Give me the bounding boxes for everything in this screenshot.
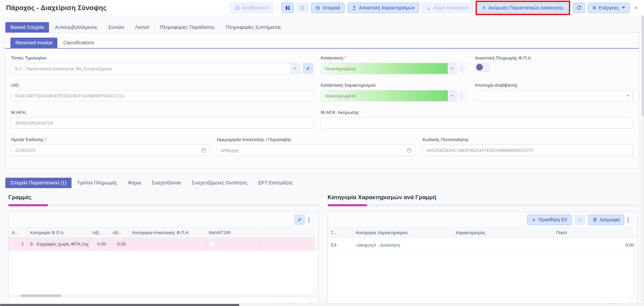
get-summaries-button[interactable]: Λήψη Συνόψεων xyxy=(422,3,473,13)
cell-exemption-category xyxy=(129,238,206,250)
close-icon[interactable]: × xyxy=(632,5,639,11)
layout-grid-icon xyxy=(300,5,305,10)
delete-classification-button[interactable]: Διαγραφή xyxy=(588,215,624,225)
calendar-icon[interactable] xyxy=(201,148,206,153)
tab-payment-methods[interactable]: Τρόποι Πληρωμής xyxy=(72,178,122,188)
actions-button[interactable]: Ενέργειες xyxy=(588,3,630,13)
subtab-received-invoice[interactable]: Received Invoice xyxy=(10,38,57,48)
edit-classification-button[interactable] xyxy=(575,214,585,225)
dropdown-arrow-icon[interactable] xyxy=(448,63,457,74)
classifications-grid: Προσθήκη E3 Διαγραφή xyxy=(328,212,638,306)
app-header: Πάροχος - Διαχείριση Σύνοψης Αποθήκευση xyxy=(0,0,644,15)
notvat195-checkbox[interactable] xyxy=(209,241,215,247)
uid-label: UID xyxy=(11,83,313,88)
date-placeholder: d/M/yyyy xyxy=(217,148,404,153)
save-button[interactable]: Αποθήκευση xyxy=(231,3,273,13)
dropdown-arrow-icon[interactable] xyxy=(448,90,457,101)
tab-counterparty[interactable]: Αντισυμβαλλόμενος xyxy=(50,22,102,33)
tab-taxes[interactable]: Φόροι xyxy=(123,178,146,188)
table-row[interactable]: 1 8 - Εγγραφές χωρίς ΦΠΑ (πχ Μισθοδο 0,0… xyxy=(9,238,318,251)
mark-cancellation-label: Μ.ΑΡ.Κ. Ακύρωσης xyxy=(321,110,633,115)
edit-invoice-type-button[interactable] xyxy=(303,63,313,74)
column-header[interactable]: Αξί... xyxy=(90,228,109,237)
hscrollbar-thumb[interactable] xyxy=(21,295,61,297)
edit-line-button[interactable] xyxy=(294,214,305,225)
vat-suspension-label: Αναστολή Πληρωμής Φ.Π.Α. xyxy=(475,55,633,60)
send-classifications-button[interactable]: Αποστολή Χαρακτηρισμών xyxy=(347,3,419,13)
info-icon[interactable]: i xyxy=(458,92,465,99)
hscrollbar-thumb[interactable] xyxy=(0,304,239,306)
classifications-grid-header: Τ... Κατηγορία Χαρακτηρισμού Χαρακτηρισμ… xyxy=(328,227,637,238)
dropdown-arrow-icon[interactable] xyxy=(623,90,633,101)
column-header[interactable]: Κατηγορία Απαλλαγής Φ.Π.Α. xyxy=(129,228,206,237)
tab-system-info[interactable]: Πληροφορίες Συστήματος xyxy=(220,22,286,33)
header-toolbar: Αποθήκευση xyxy=(231,1,639,15)
table-row[interactable]: E3 category3 - Διακίνηση 0,00 xyxy=(328,238,637,253)
pencil-icon xyxy=(306,66,310,71)
menu-icon xyxy=(592,5,597,10)
issue-date-input[interactable]: 22/9/2025 xyxy=(11,144,209,156)
dispatch-date-label: Ημερομηνία Αποστολής / Παραλαβής xyxy=(217,137,415,142)
chevron-down-icon xyxy=(622,7,625,9)
subtab-classifications[interactable]: Classifications xyxy=(58,38,99,48)
invoice-subtabs: Received Invoice Classifications xyxy=(5,33,639,49)
invoice-type-label: Τύπος Τιμολογίου xyxy=(11,55,313,60)
status-select[interactable]: Ολοκληρωμένη i xyxy=(321,63,467,74)
add-e3-button[interactable]: Προσθήκη E3 xyxy=(527,215,572,225)
vscrollbar-thumb[interactable] xyxy=(642,15,644,116)
layout-grid-view-button[interactable] xyxy=(296,3,308,13)
cell-net-value: 0,00 xyxy=(90,238,109,250)
pencil-icon xyxy=(297,217,302,222)
more-options-icon[interactable] xyxy=(308,217,314,223)
refresh-icon xyxy=(576,5,582,10)
invoice-form: Τύπος Τιμολογίου 9.3 - Παραστατικό Διακί… xyxy=(5,49,639,169)
cell-classification xyxy=(452,238,553,252)
upload-icon xyxy=(352,5,357,10)
uid-input[interactable]: 034E30871B31AB3EEC5DC6CF1A56890F504D171D xyxy=(11,90,313,101)
refresh-button[interactable] xyxy=(573,3,585,13)
tab-correlated[interactable]: Συσχετίζονται xyxy=(147,178,186,188)
plus-icon xyxy=(532,218,536,222)
lines-title: Γραμμές xyxy=(8,194,318,201)
toolbar-divider xyxy=(277,4,278,11)
page-vertical-scrollbar xyxy=(641,15,644,303)
vat-suspension-toggle[interactable] xyxy=(475,63,490,72)
certification-code-input[interactable]: 8A5356C83AC1682F9DA3A7E65036896B99EE3707 xyxy=(423,144,633,156)
lines-grid-vscroll-rail xyxy=(315,228,318,297)
dispatch-date-input[interactable]: d/M/yyyy xyxy=(217,144,415,156)
tab-correlated-entities[interactable]: Συσχετιζόμενες Οντότητες xyxy=(187,178,253,188)
tab-other[interactable]: Λοιποί xyxy=(130,22,154,33)
column-header[interactable]: Τ... xyxy=(328,228,353,237)
column-header[interactable]: Χαρακτηρισμός xyxy=(452,228,553,237)
layout-list-icon xyxy=(285,5,290,10)
calendar-icon[interactable] xyxy=(407,148,412,153)
mark-input[interactable]: 400001955410714 xyxy=(11,117,313,129)
dropdown-arrow-icon[interactable] xyxy=(290,63,300,74)
page-horizontal-scrollbar xyxy=(0,303,644,306)
lines-grid-hscrollbar xyxy=(9,294,317,297)
layout-list-view-button[interactable] xyxy=(282,3,294,13)
invoice-type-select[interactable]: 9.3 - Παραστατικό Διακίνησης Μη Συσχετιζ… xyxy=(11,63,300,74)
classifications-grid-vscroll-rail xyxy=(634,228,637,297)
column-header[interactable]: Α... xyxy=(9,228,27,237)
info-icon[interactable]: i xyxy=(458,65,465,72)
column-header[interactable]: NotVAT195 xyxy=(206,228,259,237)
cancel-dispatch-documents-button[interactable]: Ακύρωση Παραστατικών Διακίνησης xyxy=(478,3,568,13)
tab-basic-info[interactable]: Βασικά Στοιχεία xyxy=(5,22,49,33)
classification-status-select[interactable]: Ολοκληρωμένη i xyxy=(321,90,467,101)
column-header[interactable]: Ποσό xyxy=(553,228,637,237)
column-header[interactable]: Κατηγορία Φ.Π.Α. xyxy=(27,228,90,237)
column-header[interactable]: Αξί... xyxy=(109,228,129,237)
more-options-icon[interactable] xyxy=(627,217,633,223)
lines-title-rule xyxy=(8,204,318,206)
transmission-failure-select[interactable] xyxy=(475,90,633,101)
tab-document-lines[interactable]: Στοιχεία Παραστατικού (1) xyxy=(5,178,71,188)
column-header[interactable]: Κατηγορία Χαρακτηρισμού xyxy=(353,228,452,237)
page-title: Πάροχος - Διαχείριση Σύνοψης xyxy=(6,4,107,12)
mark-cancellation-input[interactable] xyxy=(321,117,633,129)
tab-eft-receipts[interactable]: EFT Εισπράξεις xyxy=(253,178,298,188)
tab-delivery-info[interactable]: Πληροφορίες Παράδοσης xyxy=(155,22,220,33)
tab-totals[interactable]: Σύνολα xyxy=(103,22,129,33)
history-button[interactable]: Ιστορικό xyxy=(311,3,344,13)
download-icon xyxy=(426,5,431,10)
